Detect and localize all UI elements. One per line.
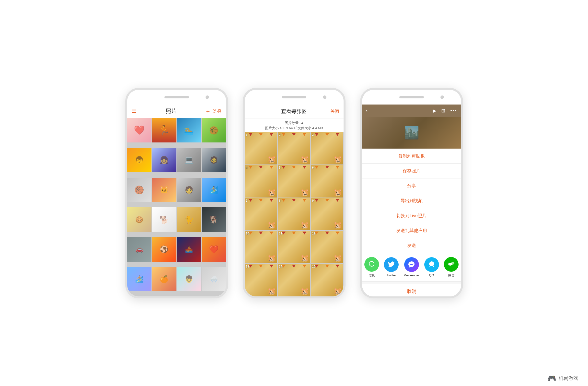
viewer-title: 查看每张图	[281, 108, 307, 115]
image-cell[interactable]: 15	[311, 264, 343, 296]
app-wechat[interactable]: 微信	[444, 257, 459, 278]
phone-top-bar-3	[362, 90, 461, 105]
image-number: 4	[246, 166, 248, 169]
photo-cell[interactable]: 🏄	[202, 178, 226, 202]
phone-speaker-3	[399, 96, 424, 98]
more-icon[interactable]: •••	[450, 108, 457, 113]
select-button[interactable]: 选择	[213, 108, 222, 114]
image-number: 9	[312, 199, 314, 202]
photo-cell[interactable]: ❤️	[202, 237, 226, 262]
image-number: 2	[279, 133, 281, 137]
viewer-info: 图片数量 24 图片大小 480 x 640 / 文件大小 4.4 MB	[245, 118, 344, 132]
svg-point-5	[452, 263, 452, 264]
image-cell[interactable]: 11	[278, 231, 310, 263]
gallery-title: 照片	[166, 107, 177, 115]
phone-speaker-1	[165, 96, 189, 98]
photo-cell[interactable]: 🐱	[152, 178, 176, 202]
phone-top-bar-2	[245, 90, 344, 105]
app-messenger[interactable]: Messenger	[403, 257, 419, 277]
twitter-icon[interactable]	[384, 257, 399, 272]
photo-cell[interactable]: 🏊	[177, 118, 201, 143]
play-icon[interactable]: ▶	[433, 108, 436, 114]
wechat-icon[interactable]	[444, 257, 459, 272]
photo-cell[interactable]: 👧	[152, 148, 176, 172]
image-cell[interactable]: 4	[245, 165, 277, 197]
share-button[interactable]: 分享	[362, 178, 461, 193]
live-photo-button[interactable]: 切换到Live照片	[362, 208, 461, 223]
photo-cell[interactable]: 🚗	[127, 237, 152, 262]
photo-cell[interactable]: ❤️	[127, 118, 152, 143]
svg-point-3	[449, 264, 450, 264]
viewer-header: 关闭 查看每张图 关闭	[245, 105, 344, 118]
gallery-header: ☰ 照片 + 选择	[127, 105, 226, 118]
photo-cell[interactable]: 🏀	[127, 178, 152, 202]
save-photo-button[interactable]: 保存照片	[362, 164, 461, 178]
app-twitter[interactable]: Twitter	[384, 257, 399, 277]
photo-cell[interactable]: 🧑	[177, 178, 201, 202]
photo-cell[interactable]: 🐈	[177, 207, 201, 232]
cancel-button[interactable]: 取消	[362, 284, 461, 296]
send-other-button[interactable]: 发送到其他应用	[362, 223, 461, 238]
photo-cell[interactable]: 🏃	[152, 118, 176, 143]
image-cell[interactable]: 10	[245, 231, 277, 263]
layers-icon[interactable]: ⊞	[441, 108, 445, 114]
image-cell[interactable]: 5	[278, 165, 310, 197]
header-right: + 选择	[206, 107, 221, 115]
photo-cell[interactable]: 🧔	[202, 148, 226, 172]
app-messages[interactable]: 信息	[364, 257, 379, 278]
image-count-label: 图片数量 24	[247, 120, 341, 126]
viewer-close-button[interactable]: 关闭	[330, 108, 339, 114]
image-cell[interactable]: 2	[278, 132, 310, 165]
add-icon[interactable]: +	[206, 107, 210, 115]
photo-cell[interactable]: 🍊	[152, 267, 176, 292]
image-cell[interactable]: 13	[245, 264, 277, 296]
image-cell[interactable]: 8	[278, 198, 310, 231]
phone-camera-1	[206, 95, 209, 99]
image-number: 14	[279, 265, 282, 268]
share-top-controls: ▶ ⊞ •••	[433, 108, 457, 114]
messages-icon[interactable]	[364, 257, 379, 272]
image-number: 10	[246, 232, 249, 235]
image-cell[interactable]: 7	[245, 198, 277, 231]
menu-icon[interactable]: ☰	[132, 108, 137, 114]
svg-point-2	[451, 262, 454, 265]
back-icon[interactable]: ‹	[366, 107, 368, 114]
image-cell[interactable]: 9	[311, 198, 343, 231]
photo-cell[interactable]: 🐕	[152, 207, 176, 232]
copy-to-clipboard-button[interactable]: 复制到剪贴板	[362, 149, 461, 164]
send-button[interactable]: 发送	[362, 238, 461, 253]
gallery-screen: ☰ 照片 + 选择 ❤️ 🏃 🏊 🏀	[127, 105, 226, 296]
messenger-icon[interactable]	[404, 257, 419, 272]
photo-cell[interactable]: ⚽	[152, 237, 176, 262]
photo-cell[interactable]: 🐕	[202, 207, 226, 232]
watermark: 🎮 机蛋游戏	[548, 374, 578, 382]
phone-share: ‹ ▶ ⊞ ••• 🏙️ 复制到剪贴板 保存照片 分享 导出到视频 切换到Liv…	[360, 88, 463, 298]
photo-cell[interactable]: 🌨️	[202, 267, 226, 292]
photo-grid: ❤️ 🏃 🏊 🏀 👦 👧 💻	[127, 118, 226, 296]
messages-label: 信息	[369, 273, 375, 278]
image-number: 13	[246, 265, 249, 268]
photo-cell[interactable]: 🏄	[127, 267, 152, 292]
export-video-button[interactable]: 导出到视频	[362, 193, 461, 208]
watermark-text: 机蛋游戏	[559, 375, 578, 382]
image-cell[interactable]: 14	[278, 264, 310, 296]
photo-cell[interactable]: 🏀	[202, 118, 226, 143]
photo-cell[interactable]: 🚣	[177, 237, 201, 262]
app-qq[interactable]: QQ	[424, 257, 439, 277]
photo-cell[interactable]: 🍪	[127, 207, 152, 232]
photo-cell[interactable]: 👦	[127, 148, 152, 172]
wechat-label: 微信	[448, 273, 454, 278]
image-cell[interactable]: 1	[245, 132, 277, 165]
image-cell[interactable]: 3	[311, 132, 343, 165]
image-number: 12	[312, 232, 315, 235]
messenger-label: Messenger	[403, 273, 419, 277]
image-cell[interactable]: 12	[311, 231, 343, 263]
image-cell[interactable]: 6	[311, 165, 343, 197]
image-number: 7	[246, 199, 248, 202]
qq-icon[interactable]	[424, 257, 439, 272]
share-nav-bar: ‹ ▶ ⊞ •••	[362, 105, 461, 117]
image-number: 3	[312, 133, 314, 137]
photo-cell[interactable]: 💻	[177, 148, 201, 172]
twitter-label: Twitter	[387, 273, 396, 277]
photo-cell[interactable]: 👦	[177, 267, 201, 292]
